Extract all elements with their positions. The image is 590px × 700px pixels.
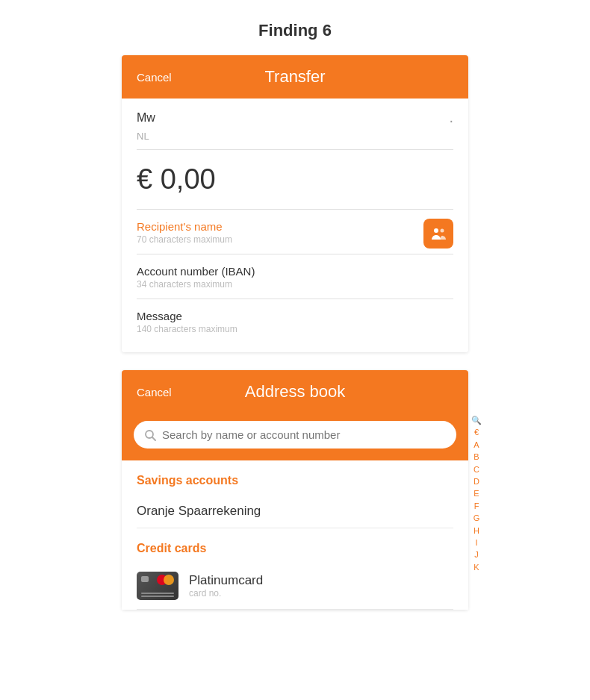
recipient-hint: 70 characters maximum (137, 234, 453, 249)
mc-right-circle (164, 575, 174, 585)
credit-card-lines (141, 593, 174, 597)
message-label: Message (137, 310, 453, 322)
alpha-b[interactable]: B (473, 451, 479, 463)
address-book-title: Address book (245, 382, 346, 401)
cc-line-2 (141, 596, 174, 597)
account-name: Mw (137, 111, 155, 125)
address-book-header: Cancel Address book (122, 370, 468, 413)
alpha-h[interactable]: H (473, 525, 479, 537)
alpha-j[interactable]: J (474, 549, 479, 560)
savings-item-name: Oranje Spaarrekening (137, 504, 453, 519)
search-icon (144, 429, 156, 441)
alpha-search[interactable]: 🔍 (471, 415, 482, 426)
credit-card-number: card no. (189, 588, 263, 599)
alpha-g[interactable]: G (473, 513, 480, 524)
credit-card-info: Platinumcard card no. (189, 573, 263, 599)
alpha-c[interactable]: C (473, 464, 479, 475)
contacts-icon-button[interactable] (423, 219, 453, 249)
svg-point-0 (434, 228, 438, 233)
alpha-k[interactable]: K (473, 562, 479, 573)
recipient-label: Recipient's name (137, 220, 453, 233)
contacts-svg-icon (429, 225, 447, 243)
amount-row: € 0,00 (137, 150, 453, 210)
search-bar-container (122, 413, 468, 460)
account-number-hint: 34 characters maximum (137, 279, 453, 294)
message-hint: 140 characters maximum (137, 324, 453, 339)
savings-section-label: Savings accounts (137, 460, 453, 495)
account-dot: . (449, 109, 453, 126)
address-book-card: Cancel Address book Savings accounts Ora… (122, 370, 468, 610)
mastercard-logo (157, 575, 174, 585)
transfer-cancel-button[interactable]: Cancel (137, 71, 172, 84)
search-input[interactable] (162, 428, 446, 441)
alpha-a[interactable]: A (473, 440, 479, 451)
credit-section-label: Credit cards (137, 528, 453, 563)
alpha-e[interactable]: E (473, 488, 479, 499)
page-title: Finding 6 (0, 0, 590, 55)
credit-card-thumbnail (137, 572, 178, 600)
account-row: Mw . (137, 99, 453, 131)
cc-line-1 (141, 593, 174, 594)
transfer-card-header: Cancel Transfer (122, 55, 468, 99)
address-cancel-button[interactable]: Cancel (137, 386, 172, 399)
svg-point-1 (441, 229, 444, 233)
account-number-field[interactable]: Account number (IBAN) 34 characters maxi… (137, 254, 453, 299)
alpha-euro[interactable]: € (474, 427, 479, 438)
alpha-d[interactable]: D (473, 476, 479, 487)
transfer-card-body: Mw . NL € 0,00 Recipient's name 70 chara… (122, 99, 468, 352)
transfer-card: Cancel Transfer Mw . NL € 0,00 Recipient… (122, 55, 468, 352)
credit-list-item[interactable]: Platinumcard card no. (137, 563, 453, 610)
credit-card-name: Platinumcard (189, 573, 263, 588)
credit-card-chip (141, 576, 149, 582)
savings-list-item[interactable]: Oranje Spaarrekening (137, 495, 453, 528)
message-field[interactable]: Message 140 characters maximum (137, 299, 453, 352)
account-type: NL (137, 131, 453, 150)
account-number-label: Account number (IBAN) (137, 265, 453, 278)
alpha-i[interactable]: I (475, 537, 477, 549)
alphabet-sidebar: 🔍 € A B C D E F G H I J K (471, 415, 482, 573)
search-bar[interactable] (134, 421, 456, 449)
svg-line-3 (152, 437, 155, 440)
transfer-title: Transfer (264, 67, 325, 87)
address-book-body: Savings accounts Oranje Spaarrekening Cr… (122, 460, 468, 610)
alpha-f[interactable]: F (474, 501, 479, 512)
amount-display: € 0,00 (137, 163, 216, 195)
recipient-field[interactable]: Recipient's name 70 characters maximum (137, 210, 453, 254)
